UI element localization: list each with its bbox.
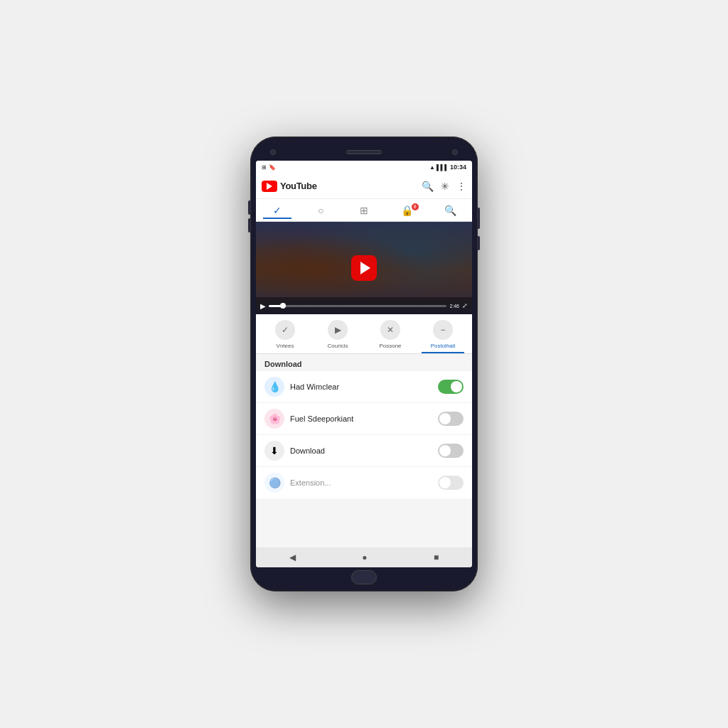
sensor: [452, 149, 458, 155]
fuel-icon: 🌸: [264, 409, 284, 429]
search-icon[interactable]: 🔍: [422, 181, 434, 192]
ext-4-icon: 🔵: [264, 473, 284, 493]
possone-icon: ✕: [380, 320, 400, 340]
bookmark-icon: 🔖: [269, 164, 276, 171]
play-button[interactable]: [351, 255, 377, 281]
download-item-icon: ⬇: [264, 441, 284, 461]
tab-checkmark[interactable]: ✓: [263, 205, 291, 219]
ext-tab-possone[interactable]: ✕ Possone: [369, 320, 412, 353]
image-icon: ⊞: [360, 205, 368, 216]
had-wimclear-icon: 💧: [264, 377, 284, 397]
volume-down-button[interactable]: [248, 218, 250, 232]
status-left-icons: ⊞ 🔖: [262, 164, 276, 171]
ext-tab-vntees[interactable]: ✓ Vntees: [264, 320, 306, 353]
video-player[interactable]: ▶ 2:46 ⤢: [256, 222, 472, 314]
vntees-icon: ✓: [275, 320, 295, 340]
extensions-panel: ✓ Vntees ▶ Couricls ✕ Possone − Postolha…: [256, 314, 472, 547]
home-button[interactable]: ●: [362, 552, 367, 562]
wifi-icon: ▲: [429, 164, 435, 171]
ext-tab-couricls[interactable]: ▶ Couricls: [316, 320, 359, 353]
asterisk-icon[interactable]: ✳: [441, 181, 449, 192]
youtube-icon: [262, 181, 277, 192]
status-bar: ⊞ 🔖 ▲ ▌▌▌ 10:34: [256, 161, 472, 173]
download-toggle[interactable]: [438, 444, 464, 458]
youtube-header: YouTube 🔍 ✳ ⋮: [256, 173, 472, 199]
more-vert-icon[interactable]: ⋮: [456, 181, 466, 192]
search-tab-icon: 🔍: [444, 205, 456, 216]
ext-item-fuel: 🌸 Fuel Sdeeporkiant: [256, 403, 472, 435]
phone-top-bar: [256, 144, 472, 161]
play-pause-button[interactable]: ▶: [260, 302, 266, 310]
tab-image[interactable]: ⊞: [350, 205, 378, 219]
youtube-header-icons: 🔍 ✳ ⋮: [422, 181, 466, 192]
extension-list: 💧 Had Wimclear 🌸 Fuel Sdeeporkiant: [256, 371, 472, 499]
phone-screen: ⊞ 🔖 ▲ ▌▌▌ 10:34 YouTube 🔍 ✳ ⋮: [256, 161, 472, 567]
had-wimclear-toggle[interactable]: [438, 380, 464, 394]
postolhall-label: Postolhall: [431, 343, 456, 349]
fuel-toggle[interactable]: [438, 412, 464, 426]
lock-badge: 8: [412, 203, 419, 210]
video-duration: 2:46: [449, 304, 459, 309]
video-controls: ▶ 2:46 ⤢: [256, 297, 472, 314]
time-display: 10:34: [450, 164, 466, 171]
possone-label: Possone: [379, 343, 401, 349]
tab-lock[interactable]: 🔒 8: [393, 205, 422, 219]
fullscreen-icon[interactable]: ⤢: [462, 302, 468, 309]
tab-circle[interactable]: ○: [306, 205, 335, 219]
recents-button[interactable]: ■: [434, 552, 439, 562]
fuel-name: Fuel Sdeeporkiant: [290, 414, 432, 423]
front-camera: [270, 149, 276, 155]
tab-search[interactable]: 🔍: [437, 205, 465, 219]
status-right-icons: ▲ ▌▌▌ 10:34: [429, 164, 466, 171]
youtube-logo: YouTube: [262, 181, 317, 192]
progress-dot: [280, 303, 286, 309]
progress-bar[interactable]: [269, 305, 446, 307]
notification-icon: ⊞: [262, 164, 267, 171]
download-item-name: Download: [290, 446, 432, 455]
signal-icon: ▌▌▌: [437, 164, 449, 171]
extension-tabs: ✓ Vntees ▶ Couricls ✕ Possone − Postolha…: [256, 314, 472, 354]
volume-button[interactable]: [478, 208, 480, 229]
physical-home-button[interactable]: [351, 570, 377, 584]
vntees-label: Vntees: [277, 343, 294, 349]
youtube-title: YouTube: [280, 181, 317, 191]
ext-item-download: ⬇ Download: [256, 435, 472, 467]
ext-item-4: 🔵 Extension...: [256, 467, 472, 499]
speaker: [346, 150, 382, 154]
ext-4-name: Extension...: [290, 478, 432, 487]
checkmark-icon: ✓: [273, 205, 282, 216]
browser-tab-bar: ✓ ○ ⊞ 🔒 8 🔍: [256, 199, 472, 222]
android-nav-bar: ◀ ● ■: [256, 547, 472, 567]
ext-tab-postolhall[interactable]: − Postolhall: [422, 320, 464, 353]
couricls-icon: ▶: [328, 320, 348, 340]
ext-4-toggle[interactable]: [438, 476, 464, 490]
volume-up-button[interactable]: [248, 200, 250, 215]
back-button[interactable]: ◀: [289, 552, 296, 562]
postolhall-icon: −: [433, 320, 453, 340]
phone-device: ⊞ 🔖 ▲ ▌▌▌ 10:34 YouTube 🔍 ✳ ⋮: [250, 136, 478, 592]
couricls-label: Couricls: [328, 343, 348, 349]
had-wimclear-name: Had Wimclear: [290, 382, 432, 391]
circle-icon: ○: [318, 205, 323, 216]
download-label: Download: [264, 360, 302, 368]
ext-item-had-wimclear: 💧 Had Wimclear: [256, 371, 472, 403]
power-button[interactable]: [478, 236, 480, 250]
download-section-header: Download: [256, 354, 472, 371]
